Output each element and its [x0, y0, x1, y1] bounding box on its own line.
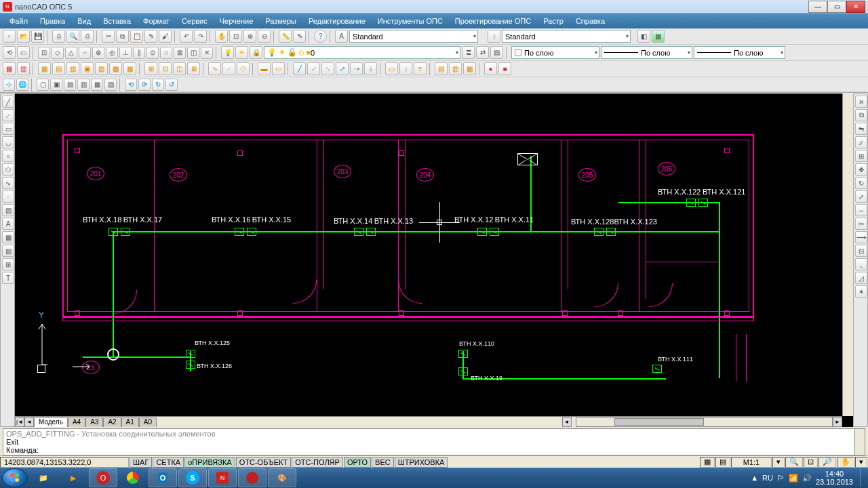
line5-icon[interactable]: ⇢ [350, 62, 363, 75]
mod-move-icon[interactable]: ✥ [855, 163, 867, 176]
command-window[interactable]: OPS_ADD_FITTING - Установка соединительн… [3, 428, 865, 455]
opsD-icon[interactable]: ⊠ [187, 62, 200, 75]
task-opera[interactable]: O [89, 468, 117, 487]
task-explorer[interactable]: 📁 [29, 468, 58, 487]
mod-break-icon[interactable]: ⊟ [855, 245, 867, 257]
line4-icon[interactable]: ⤢ [336, 62, 349, 75]
show-desktop[interactable] [860, 468, 865, 487]
status-icon-1[interactable]: ▦ [700, 457, 715, 468]
draw-point-icon[interactable]: · [2, 190, 14, 203]
mod-array-icon[interactable]: ⊞ [855, 150, 867, 162]
mtab-model[interactable]: Модель [34, 418, 68, 427]
doc1-icon[interactable]: ▤ [435, 62, 448, 75]
mtab-a3[interactable]: A3 [85, 418, 103, 427]
zoom-ext-status[interactable]: ⊡ [804, 457, 818, 468]
draw-ellipse-icon[interactable]: ⬭ [2, 163, 14, 176]
plot-icon[interactable]: ⎙ [81, 30, 94, 43]
ops2-icon[interactable]: ▥ [17, 62, 30, 75]
tray-net-icon[interactable]: 📶 [789, 474, 798, 483]
calc1-icon[interactable]: ▭ [385, 62, 398, 75]
draw-hatch-icon[interactable]: ▨ [2, 204, 14, 216]
rot3-icon[interactable]: ↻ [152, 79, 164, 91]
view4-icon[interactable]: ▥ [77, 79, 90, 91]
snap12-icon[interactable]: ◫ [187, 47, 199, 59]
mod-rotate-icon[interactable]: ↻ [855, 177, 867, 189]
text-style-combo[interactable]: Standard [349, 30, 478, 43]
maximize-button[interactable]: ▭ [827, 1, 846, 13]
mod-erase-icon[interactable]: ✕ [855, 96, 867, 108]
paste-icon[interactable]: 📋 [130, 30, 143, 43]
mtab-first[interactable]: |◄ [15, 417, 24, 427]
rot4-icon[interactable]: ↺ [165, 79, 178, 91]
drawing-canvas[interactable]: 201 202 203 204 205 206 2X [15, 94, 853, 427]
rec1-icon[interactable]: ● [484, 62, 497, 75]
brush-icon[interactable]: 🖌 [159, 30, 172, 43]
rot1-icon[interactable]: ⟲ [125, 79, 137, 91]
snap10-icon[interactable]: ∩ [160, 47, 172, 59]
mod-chamfer-icon[interactable]: ◿ [855, 272, 867, 284]
rot2-icon[interactable]: ⟳ [138, 79, 151, 91]
status-icon-3[interactable]: ▾ [772, 457, 785, 468]
scale-readout[interactable]: М1:1 [731, 457, 772, 468]
ops9-icon[interactable]: ▦ [123, 62, 136, 75]
snap4-icon[interactable]: ○ [79, 47, 91, 59]
snap-off-icon[interactable]: ✕ [201, 47, 213, 59]
zoom-out-status[interactable]: 🔍 [785, 457, 803, 468]
measure-icon[interactable]: 📏 [279, 30, 292, 43]
ops8-icon[interactable]: ▩ [109, 62, 122, 75]
vscrollbar[interactable] [842, 94, 853, 416]
print-icon[interactable]: ⎙ [52, 30, 65, 43]
mod-stretch-icon[interactable]: ↔ [855, 204, 867, 216]
ops1-icon[interactable]: ▦ [3, 62, 16, 75]
draw-text-icon[interactable]: A [2, 218, 14, 230]
mtab-a2[interactable]: A2 [103, 418, 121, 427]
select-icon[interactable]: ▭ [17, 46, 30, 59]
tool-x2-icon[interactable]: ▦ [652, 30, 665, 43]
layers-icon[interactable]: ≣ [462, 46, 475, 59]
draw-mtext-icon[interactable]: T [2, 272, 14, 284]
dim-style-combo[interactable]: Standard [502, 30, 631, 43]
styleA-icon[interactable]: A [335, 30, 348, 43]
draw-line-icon[interactable]: ╱ [2, 96, 14, 108]
mod-mirror-icon[interactable]: ⇋ [855, 123, 867, 135]
toggle-setka[interactable]: СЕТКА [153, 457, 184, 468]
mtab-a4[interactable]: A4 [68, 418, 85, 427]
preview-icon[interactable]: 🔍 [66, 30, 79, 43]
zoom-out-icon[interactable]: ⊖ [258, 30, 271, 43]
task-paint[interactable]: 🎨 [268, 468, 296, 487]
ucs-icon[interactable]: ⊹ [3, 79, 15, 91]
zoom-win-icon[interactable]: ⊡ [229, 30, 242, 43]
mod-offset-icon[interactable]: ⫽ [855, 136, 867, 148]
mod-fillet-icon[interactable]: ◟ [855, 258, 867, 270]
copy-icon[interactable]: ⧉ [116, 30, 129, 43]
snap3-icon[interactable]: △ [65, 47, 77, 59]
menu-file[interactable]: Файл [4, 16, 33, 26]
zoom-in-icon[interactable]: ⊕ [243, 30, 256, 43]
mod-trim-icon[interactable]: ✂ [855, 218, 867, 230]
redo-icon[interactable]: ↷ [194, 30, 207, 43]
wire3-icon[interactable]: ⦵ [237, 62, 250, 75]
tray-clock[interactable]: 14:4023.10.2013 [816, 470, 853, 486]
menu-view[interactable]: Вид [72, 16, 96, 26]
mod-extend-icon[interactable]: ⟶ [855, 231, 867, 243]
cmd-scrollbar[interactable] [854, 429, 865, 455]
tool-x1-icon[interactable]: ◧ [637, 30, 650, 43]
world-icon[interactable]: 🌐 [16, 79, 28, 91]
hsb-right[interactable]: ► [833, 417, 842, 427]
opsA-icon[interactable]: ⊞ [144, 62, 157, 75]
dimstyle-icon[interactable]: ⟊ [488, 30, 500, 43]
new-icon[interactable]: ▫ [3, 30, 16, 43]
draw-block-icon[interactable]: ⊞ [2, 258, 14, 270]
snap9-icon[interactable]: ⊙ [146, 47, 159, 59]
ops6-icon[interactable]: ▣ [81, 62, 94, 75]
ops5-icon[interactable]: ▥ [66, 62, 79, 75]
task-app2[interactable] [238, 468, 267, 487]
line3-icon[interactable]: ⟍ [321, 62, 334, 75]
wire2-icon[interactable]: ⟋ [222, 62, 235, 75]
menu-help[interactable]: Справка [570, 16, 610, 26]
menu-dimensions[interactable]: Размеры [260, 16, 302, 26]
save-icon[interactable]: 💾 [31, 30, 44, 43]
tray-up-icon[interactable]: ▲ [751, 474, 758, 482]
rec2-icon[interactable]: ■ [498, 62, 511, 75]
mtab-a0[interactable]: A0 [139, 418, 157, 427]
